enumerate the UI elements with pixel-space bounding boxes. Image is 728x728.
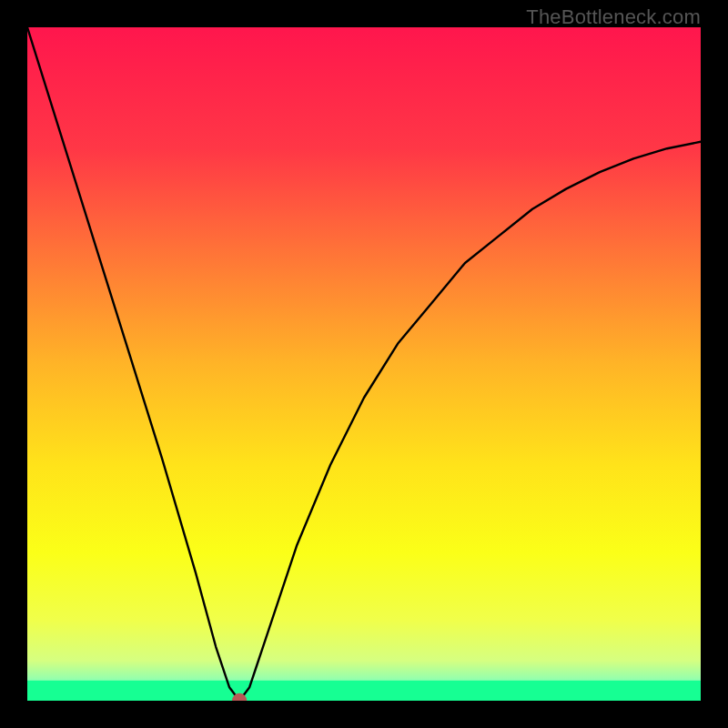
chart-svg: [27, 27, 701, 701]
green-band: [27, 681, 701, 701]
plot-area: [27, 27, 701, 701]
gradient-background: [27, 27, 701, 701]
chart-frame: TheBottleneck.com: [0, 0, 728, 728]
watermark-text: TheBottleneck.com: [526, 5, 701, 29]
